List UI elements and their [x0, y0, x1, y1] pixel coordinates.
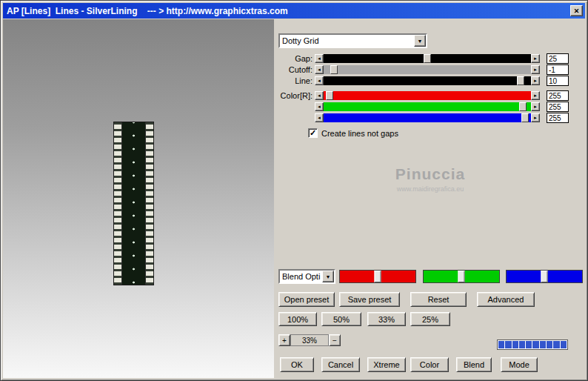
watermark-site: www.maidiregrafica.eu: [338, 185, 523, 193]
ok-button[interactable]: OK: [280, 357, 314, 372]
zoom-out-button[interactable]: −: [329, 334, 341, 346]
check-icon: ✓: [310, 129, 316, 137]
xtreme-button[interactable]: Xtreme: [367, 357, 406, 372]
checkbox-label: Create lines not gaps: [321, 129, 398, 138]
open-preset-button[interactable]: Open preset: [278, 292, 335, 307]
slider-row-color-g: ◄ ► 255: [276, 102, 569, 112]
preset-dropdown[interactable]: Dotty Grid ▼: [278, 33, 427, 48]
progress-segment: [512, 341, 518, 348]
close-icon: ✕: [574, 7, 580, 15]
blend-green-slider[interactable]: [423, 270, 500, 283]
slider-left-arrow[interactable]: ◄: [315, 113, 324, 122]
zoom-50-button[interactable]: 50%: [321, 312, 361, 326]
filmstrip-preview-image: [113, 122, 154, 285]
progress-segment: [547, 341, 552, 348]
watermark: Pinuccia www.maidiregrafica.eu: [338, 165, 523, 193]
slider-label: Color[R]:: [276, 91, 313, 100]
slider-thumb[interactable]: [519, 102, 527, 111]
progress-segment: [505, 341, 511, 348]
blend-button[interactable]: Blend: [456, 357, 492, 372]
progress-segment: [498, 341, 504, 348]
titlebar[interactable]: AP [Lines] Lines - SilverLining --- > ht…: [3, 3, 585, 19]
plugin-dialog-window: AP [Lines] Lines - SilverLining --- > ht…: [0, 0, 588, 381]
progress-segment: [561, 341, 567, 348]
advanced-button[interactable]: Advanced: [477, 292, 535, 307]
zoom-100-button[interactable]: 100%: [278, 312, 317, 326]
blend-blue-slider[interactable]: [506, 270, 583, 283]
progress-segment: [519, 341, 525, 348]
slider-value-field[interactable]: 255: [547, 102, 569, 112]
blend-red-slider[interactable]: [339, 270, 416, 283]
save-preset-button[interactable]: Save preset: [339, 292, 400, 307]
slider-left-arrow[interactable]: ◄: [315, 65, 324, 74]
window-title: AP [Lines] Lines - SilverLining --- > ht…: [7, 6, 288, 16]
slider-thumb[interactable]: [521, 113, 529, 122]
slider-label: Cutoff:: [276, 65, 313, 74]
progress-segment: [553, 341, 559, 348]
slider-track[interactable]: [324, 54, 531, 63]
slider-value-field[interactable]: 255: [547, 113, 569, 123]
progress-segment: [532, 341, 538, 348]
zoom-in-button[interactable]: +: [278, 334, 290, 346]
blend-red-slider-thumb[interactable]: [375, 271, 381, 282]
slider-right-arrow[interactable]: ►: [531, 76, 540, 85]
slider-left-arrow[interactable]: ◄: [315, 91, 324, 100]
preset-dropdown-value: Dotty Grid: [280, 36, 414, 46]
slider-value-field[interactable]: 10: [547, 76, 569, 86]
zoom-level-display: 33%: [290, 334, 329, 346]
filmstrip-center: [121, 122, 146, 285]
blend-dropdown-value: Blend Opti: [280, 271, 322, 282]
progress-bar: [497, 339, 568, 350]
close-button[interactable]: ✕: [570, 5, 583, 16]
chevron-down-icon[interactable]: ▼: [414, 35, 426, 47]
mode-button[interactable]: Mode: [501, 357, 538, 372]
slider-thumb[interactable]: [424, 54, 431, 63]
blend-options-dropdown[interactable]: Blend Opti ▼: [278, 269, 335, 284]
chevron-down-icon[interactable]: ▼: [322, 271, 334, 282]
slider-track[interactable]: [324, 102, 531, 111]
slider-track[interactable]: [324, 65, 531, 74]
slider-row-line: Line: ◄ ► 10: [276, 76, 569, 86]
slider-right-arrow[interactable]: ►: [531, 91, 540, 100]
slider-label: Gap:: [276, 54, 313, 63]
reset-button[interactable]: Reset: [410, 292, 467, 307]
slider-right-arrow[interactable]: ►: [531, 65, 540, 74]
zoom-33-button[interactable]: 33%: [367, 312, 406, 326]
checkbox-box[interactable]: ✓: [308, 128, 318, 138]
preview-area: [3, 19, 274, 378]
slider-right-arrow[interactable]: ►: [531, 102, 540, 111]
filmstrip-left-sprockets: [114, 122, 121, 285]
color-button[interactable]: Color: [410, 357, 449, 372]
blend-green-slider-thumb[interactable]: [458, 271, 465, 282]
slider-label: Line:: [276, 76, 313, 85]
blend-blue-slider-thumb[interactable]: [541, 271, 548, 282]
slider-right-arrow[interactable]: ►: [531, 54, 540, 63]
zoom-25-button[interactable]: 25%: [410, 312, 450, 326]
slider-row-gap: Gap: ◄ ► 25: [276, 53, 569, 64]
slider-track[interactable]: [324, 91, 531, 100]
create-lines-checkbox[interactable]: ✓ Create lines not gaps: [308, 128, 398, 138]
slider-row-color-r: Color[R]: ◄ ► 255: [276, 90, 569, 101]
slider-left-arrow[interactable]: ◄: [315, 54, 324, 63]
watermark-name: Pinuccia: [338, 165, 523, 183]
slider-value-field[interactable]: 255: [547, 90, 569, 101]
cancel-button[interactable]: Cancel: [321, 357, 360, 372]
slider-right-arrow[interactable]: ►: [531, 113, 540, 122]
slider-row-color-b: ◄ ► 255: [276, 113, 569, 123]
progress-segment: [526, 341, 532, 348]
slider-thumb[interactable]: [517, 76, 524, 85]
slider-value-field[interactable]: 25: [547, 53, 569, 64]
filmstrip-right-sprockets: [146, 122, 153, 285]
slider-left-arrow[interactable]: ◄: [315, 102, 324, 111]
slider-thumb[interactable]: [326, 91, 333, 100]
slider-thumb[interactable]: [330, 65, 338, 74]
slider-track[interactable]: [324, 76, 531, 85]
slider-left-arrow[interactable]: ◄: [315, 76, 324, 85]
slider-row-cutoff: Cutoff: ◄ ► -1: [276, 64, 569, 75]
slider-track[interactable]: [324, 113, 531, 122]
slider-value-field[interactable]: -1: [547, 64, 569, 75]
progress-segment: [540, 341, 546, 348]
